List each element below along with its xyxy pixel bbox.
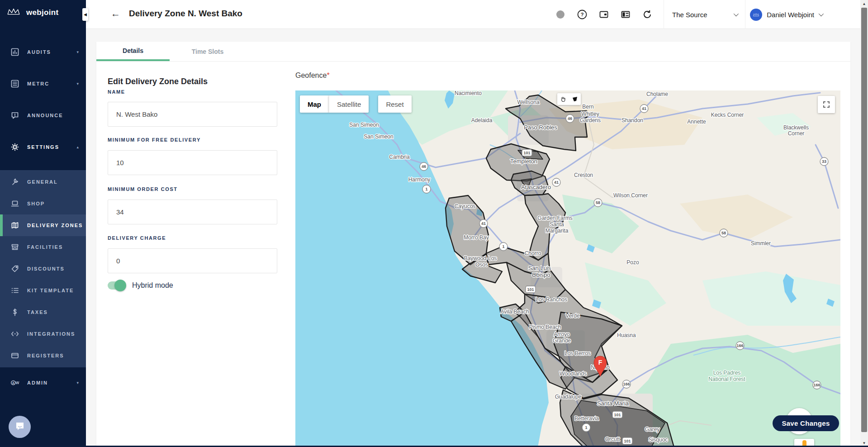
sidebar-item-label: INTEGRATIONS	[27, 331, 75, 337]
scroll-up-arrow[interactable]: ▲	[860, 0, 868, 8]
save-changes-button[interactable]: Save Changes	[773, 415, 839, 431]
sidebar-item-label: GENERAL	[27, 179, 58, 185]
map-label: Kecks Corner	[711, 112, 744, 118]
sidebar-item-discounts[interactable]: DISCOUNTS	[0, 258, 86, 280]
sidebar-item-taxes[interactable]: TAXES	[0, 301, 86, 323]
sidebar-item-facilities[interactable]: FACILITIES	[0, 236, 86, 258]
admin-icon: AW	[10, 378, 20, 387]
sidebar-item-label: REGISTERS	[27, 353, 64, 358]
geofence-map[interactable]: NacimientoWellsonaBernWhitleyGardensAdel…	[295, 90, 840, 447]
geofence-label: Geofence*	[295, 71, 330, 80]
scrollbar-thumb[interactable]	[861, 8, 867, 432]
map-label: Arroyo	[554, 331, 570, 338]
avatar	[750, 9, 762, 21]
sidebar-item-general[interactable]: GENERAL	[0, 171, 86, 193]
name-field[interactable]	[108, 102, 277, 127]
map-label: Pismo Beach	[529, 324, 561, 330]
sidebar-item-delivery-zones[interactable]: DELIVERY ZONES	[0, 214, 86, 236]
register-panel-icon[interactable]	[620, 9, 631, 20]
list-check-icon	[10, 286, 20, 295]
map-label: Santa Maria	[597, 400, 629, 407]
sidebar-item-audits[interactable]: AUDITS ▾	[0, 36, 86, 68]
svg-text:?: ?	[581, 12, 584, 17]
draw-polygon-icon[interactable]	[569, 93, 581, 105]
sidebar-item-admin[interactable]: AW ADMIN ▾	[0, 372, 86, 394]
svg-text:41: 41	[554, 180, 559, 185]
svg-text:W: W	[16, 381, 19, 385]
pan-hand-icon[interactable]	[557, 93, 569, 105]
map-reset-button[interactable]: Reset	[378, 95, 411, 113]
map-label: Paso Robles	[524, 124, 557, 131]
map-label: Sisquoc	[649, 437, 668, 443]
map-label: Wilson Corner	[613, 192, 648, 199]
map-label: Huasna	[617, 332, 636, 338]
fullscreen-button[interactable]	[818, 96, 835, 113]
sidebar-item-metrc[interactable]: METRC ▾	[0, 68, 86, 100]
map-label: Grande	[553, 338, 571, 344]
help-icon[interactable]: ?	[577, 9, 588, 20]
svg-text:58: 58	[596, 200, 600, 205]
chevron-down-icon: ▾	[76, 380, 79, 385]
map-label: San Simeon	[349, 122, 379, 128]
drawing-controls	[557, 93, 581, 105]
dollar-icon	[10, 308, 20, 317]
map-label: Gardens	[580, 117, 601, 124]
sidebar-item-kit-template[interactable]: KIT TEMPLATE	[0, 280, 86, 301]
svg-text:41: 41	[642, 106, 646, 111]
tabs: Details Time Slots	[96, 42, 850, 62]
sidebar-item-label: AUDITS	[27, 49, 51, 55]
sidebar-item-shop[interactable]: SHOP	[0, 193, 86, 214]
app-root: webjoint AUDITS ▾ METRC ▾ A	[0, 0, 868, 447]
svg-text:101: 101	[624, 439, 631, 443]
source-selector[interactable]: The Source	[664, 0, 745, 29]
gear-icon	[10, 143, 20, 152]
sidebar-item-settings[interactable]: SETTINGS ▴	[0, 131, 86, 163]
map-type-satellite-button[interactable]: Satellite	[329, 95, 369, 113]
map-label: San Luis	[528, 265, 551, 271]
chevron-down-icon	[734, 11, 739, 16]
map-label: Whitley	[581, 111, 599, 117]
delivery-charge-field[interactable]	[108, 248, 277, 273]
chevron-down-icon: ▾	[76, 81, 79, 86]
map-label: Annette	[687, 119, 706, 125]
wallet-icon[interactable]	[598, 9, 609, 20]
announce-icon	[10, 111, 20, 120]
sidebar-item-label: TAXES	[27, 309, 48, 315]
sidebar-item-label: ADMIN	[27, 380, 48, 385]
page-scrollbar[interactable]: ▲ ▼	[860, 0, 868, 447]
map-label: Simmler	[751, 240, 771, 247]
sidebar-item-announce[interactable]: ANNOUNCE	[0, 100, 86, 131]
map-label: Osos	[475, 262, 488, 268]
chat-button[interactable]	[9, 416, 31, 438]
min-free-delivery-field[interactable]	[108, 150, 277, 175]
chevron-down-icon: ▾	[76, 50, 79, 54]
sidebar-item-label: KIT TEMPLATE	[27, 288, 74, 293]
map-label: Adelaida	[471, 117, 493, 124]
sidebar-collapse-button[interactable]: ◀	[82, 8, 88, 21]
refresh-icon[interactable]	[642, 9, 653, 20]
map-type-map-button[interactable]: Map	[300, 95, 329, 113]
tab-details[interactable]: Details	[96, 42, 170, 61]
sidebar-item-integrations[interactable]: INTEGRATIONS	[0, 323, 86, 345]
delivery-charge-label: DELIVERY CHARGE	[108, 235, 166, 241]
map-label: Chorro	[525, 250, 541, 257]
map-label: Pozo	[626, 259, 639, 266]
required-asterisk: *	[327, 71, 329, 79]
svg-text:F: F	[598, 359, 602, 366]
user-menu[interactable]: Daniel Webjoint	[750, 0, 822, 29]
tab-time-slots[interactable]: Time Slots	[170, 42, 246, 61]
back-button[interactable]: ←	[111, 8, 120, 19]
divider	[745, 0, 745, 29]
logo[interactable]: webjoint	[0, 0, 86, 19]
svg-text:A: A	[12, 381, 15, 385]
webjoint-logo-icon	[6, 6, 21, 19]
hybrid-mode-toggle[interactable]	[108, 281, 125, 290]
tag-icon	[10, 264, 20, 273]
svg-text:46: 46	[568, 116, 572, 121]
map-label: National Forest	[708, 376, 745, 382]
sidebar-item-registers[interactable]: REGISTERS	[0, 345, 86, 366]
map-label: Harmony	[408, 176, 431, 183]
sidebar-item-label: SHOP	[27, 201, 45, 206]
map-label: Garey	[645, 426, 660, 433]
min-order-cost-field[interactable]	[108, 200, 277, 224]
